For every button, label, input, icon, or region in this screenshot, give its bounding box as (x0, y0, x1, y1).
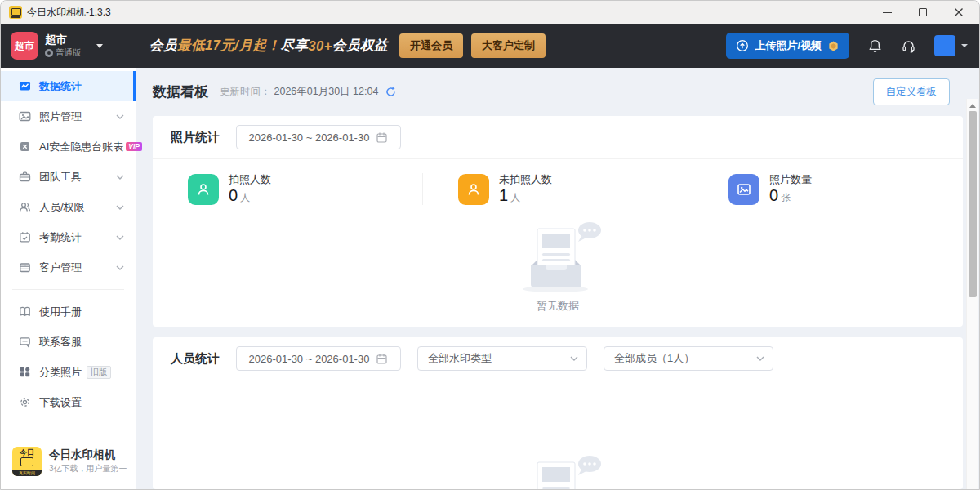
app-logo: 今日 真实时间 (12, 447, 42, 476)
chat-icon (19, 336, 31, 348)
sidebar-item-download-settings[interactable]: 下载设置 (1, 387, 136, 417)
bell-icon (867, 38, 883, 54)
sidebar-footer: 今日 真实时间 今日水印相机 3亿下载，用户量第一 (1, 435, 136, 489)
scrollbar-thumb[interactable] (969, 111, 977, 297)
window-controls (881, 7, 973, 18)
maximize-button[interactable] (917, 7, 929, 18)
people-stats-date-range[interactable]: 2026-01-30 ~ 2026-01-30 (236, 346, 401, 371)
sidebar-item-customer-management[interactable]: 客户管理 (1, 252, 136, 283)
workspace-logo: 超市 (11, 32, 38, 60)
sidebar-item-user-manual[interactable]: 使用手册 (1, 296, 136, 327)
sidebar-divider (12, 289, 124, 290)
titlebar: 今日水印相机-1.3.3 (1, 1, 979, 24)
drawer-icon (19, 261, 31, 274)
photo-stats-title: 照片统计 (171, 130, 220, 145)
chevron-down-icon (961, 44, 968, 47)
app-icon (9, 6, 22, 19)
sidebar-item-members-permissions[interactable]: 人员/权限 (1, 192, 136, 222)
vip-promo-banner: 会员最低17元/月起！尽享30+会员权益 (149, 37, 388, 55)
photo-stats-date-range[interactable]: 2026-01-30 ~ 2026-01-30 (236, 125, 401, 149)
chevron-down-icon (116, 235, 124, 240)
scroll-up-arrow-icon[interactable] (969, 104, 976, 108)
sidebar-item-photo-management[interactable]: 照片管理 (1, 101, 136, 131)
calendar-icon (376, 131, 388, 144)
refresh-button[interactable] (385, 86, 397, 98)
people-statistics-card: 人员统计 2026-01-30 ~ 2026-01-30 全部水印类型 全部成员… (153, 337, 963, 489)
stats-row: 拍照人数 0人 未拍照人数 1人 (153, 159, 963, 217)
chevron-down-icon (570, 356, 578, 361)
image-icon (728, 174, 760, 205)
person-icon (188, 174, 219, 205)
briefcase-icon (19, 171, 31, 183)
stat-not-photographed: 未拍照人数 1人 (422, 173, 693, 205)
watermark-type-select[interactable]: 全部水印类型 (417, 346, 587, 371)
empty-text: 暂无数据 (537, 299, 579, 314)
customize-dashboard-button[interactable]: 自定义看板 (873, 78, 951, 105)
main-content: 数据看板 更新时间： 2026年01月30日 12:04 自定义看板 照片统计 … (136, 68, 979, 489)
page-title: 数据看板 (153, 82, 208, 101)
empty-box-illustration (513, 222, 603, 294)
person-icon (458, 174, 489, 205)
minimize-button[interactable] (881, 7, 893, 18)
people-stats-title: 人员统计 (171, 351, 220, 367)
dashboard-topbar: 数据看板 更新时间： 2026年01月30日 12:04 自定义看板 (153, 78, 950, 105)
chevron-down-icon (116, 175, 124, 180)
avatar (934, 35, 956, 56)
chevron-down-icon (756, 356, 764, 361)
chevron-down-icon (116, 205, 124, 210)
stat-photographed: 拍照人数 0人 (153, 173, 422, 205)
window-title: 今日水印相机-1.3.3 (27, 6, 111, 20)
chevron-down-icon (96, 44, 103, 48)
photo-icon (19, 110, 31, 122)
grid-icon (19, 366, 31, 378)
workspace-name: 超市 (45, 33, 82, 46)
notifications-button[interactable] (867, 38, 883, 54)
app-window: 今日水印相机-1.3.3 超市 超市 普通版 会员最低17元/月起！尽享30+会… (0, 0, 980, 490)
empty-state: 暂无数据 (153, 217, 963, 327)
refresh-icon (385, 86, 397, 98)
close-button[interactable] (953, 7, 964, 18)
calendar-check-icon (19, 231, 31, 243)
sidebar-item-team-tools[interactable]: 团队工具 (1, 162, 136, 192)
sidebar: 数据统计 照片管理 AI安全隐患台账表 VIP 团队工 (1, 68, 136, 489)
gear-icon (19, 396, 31, 408)
sidebar-item-ai-safety-ledger[interactable]: AI安全隐患台账表 VIP (1, 131, 136, 162)
empty-state (153, 456, 963, 489)
headset-icon (901, 38, 916, 54)
open-vip-button[interactable]: 开通会员 (399, 33, 463, 58)
calendar-icon (376, 353, 388, 365)
stat-photo-count: 照片数量 0张 (693, 173, 963, 205)
sidebar-item-data-statistics[interactable]: 数据统计 (1, 71, 136, 101)
member-select[interactable]: 全部成员（1人） (604, 346, 773, 371)
close-icon (954, 7, 964, 17)
workspace-switcher[interactable]: 超市 超市 普通版 (11, 32, 135, 60)
plan-badge-icon (45, 49, 53, 57)
empty-box-illustration (513, 456, 603, 489)
chevron-down-icon (116, 265, 124, 270)
vertical-scrollbar[interactable] (966, 99, 978, 489)
upload-photo-video-button[interactable]: 上传照片/视频 (726, 33, 849, 59)
sidebar-item-contact-support[interactable]: 联系客服 (1, 327, 136, 357)
legacy-badge: 旧版 (87, 366, 111, 379)
people-icon (19, 201, 31, 213)
sidebar-item-attendance-statistics[interactable]: 考勤统计 (1, 222, 136, 252)
document-x-icon (19, 140, 31, 153)
book-icon (19, 305, 31, 318)
gold-gem-icon (827, 40, 840, 52)
user-menu[interactable] (934, 35, 968, 56)
chart-icon (19, 80, 31, 92)
upload-icon (736, 39, 749, 52)
photo-statistics-card: 照片统计 2026-01-30 ~ 2026-01-30 拍照人数 0人 (153, 116, 963, 327)
camera-icon (20, 457, 33, 466)
app-name: 今日水印相机 (49, 448, 127, 461)
support-button[interactable] (901, 38, 916, 54)
app-tagline: 3亿下载，用户量第一 (49, 463, 127, 474)
updated-time: 2026年01月30日 12:04 (274, 85, 379, 99)
enterprise-custom-button[interactable]: 大客户定制 (471, 33, 546, 58)
updated-label: 更新时间： (220, 85, 271, 99)
workspace-plan: 普通版 (56, 47, 82, 59)
top-header: 超市 超市 普通版 会员最低17元/月起！尽享30+会员权益 开通会员 大客户定… (1, 24, 979, 68)
sidebar-item-classified-photos[interactable]: 分类照片 旧版 (1, 357, 136, 387)
chevron-down-icon (116, 114, 124, 119)
